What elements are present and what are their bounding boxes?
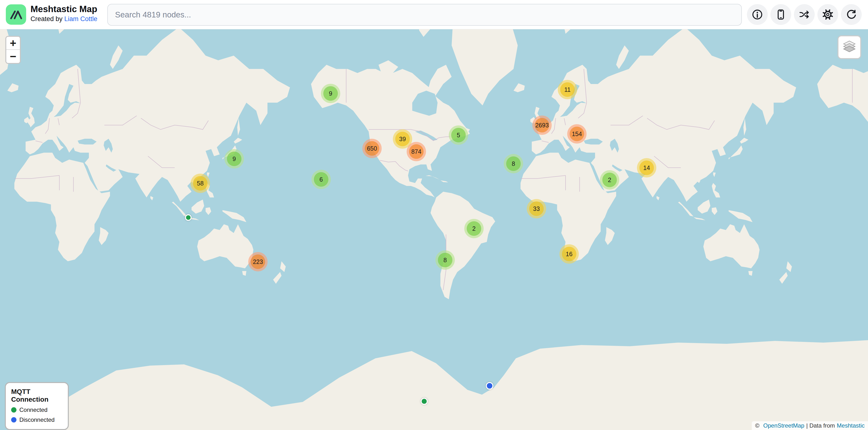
cluster-marker[interactable]: 2	[600, 170, 619, 190]
cluster-marker[interactable]: 650	[362, 139, 382, 158]
liam-cottle-link[interactable]: Liam Cottle	[64, 15, 98, 23]
disconnected-dot-icon	[11, 417, 17, 423]
zoom-in-button[interactable]: +	[6, 37, 20, 50]
info-icon	[752, 9, 763, 20]
refresh-button[interactable]	[841, 4, 862, 25]
title-block: Meshtastic Map Created by Liam Cottle	[31, 4, 97, 23]
cluster-marker[interactable]: 2693	[532, 115, 552, 135]
cluster-count: 11	[560, 82, 575, 97]
mobile-app-button[interactable]	[770, 4, 791, 25]
legend-item-disconnected: Disconnected	[11, 417, 62, 423]
info-button[interactable]	[747, 4, 768, 25]
cluster-count: 9	[323, 86, 338, 101]
cluster-count: 2693	[535, 118, 549, 132]
top-header-bar: Meshtastic Map Created by Liam Cottle	[0, 0, 868, 29]
search-input[interactable]	[107, 4, 742, 26]
cluster-marker[interactable]: 14	[637, 158, 656, 177]
cluster-count: 154	[569, 127, 584, 141]
byline: Created by Liam Cottle	[31, 14, 97, 23]
cluster-count: 8	[438, 253, 453, 267]
cluster-marker[interactable]: 9	[224, 149, 244, 168]
refresh-icon	[846, 9, 857, 20]
connected-node-marker[interactable]	[421, 398, 428, 405]
cluster-count: 6	[314, 172, 329, 187]
cluster-marker[interactable]: 33	[527, 199, 546, 219]
meshtastic-logo-icon	[8, 7, 24, 22]
header-buttons	[747, 4, 862, 25]
cluster-marker[interactable]: 8	[435, 250, 455, 270]
meshtastic-map-app: 911269315439650874589214586332168223 + −…	[0, 0, 868, 430]
layers-control[interactable]	[837, 35, 861, 59]
cluster-count: 9	[227, 152, 242, 166]
cluster-marker[interactable]: 154	[567, 124, 587, 143]
mobile-icon	[775, 9, 786, 20]
map-canvas[interactable]	[0, 29, 868, 430]
attribution-middle-text: | Data from	[806, 422, 835, 429]
cluster-count: 16	[562, 247, 577, 261]
meshtastic-link[interactable]: Meshtastic	[837, 422, 865, 429]
cluster-count: 5	[451, 128, 466, 142]
cluster-marker[interactable]: 223	[248, 252, 268, 271]
meshtastic-logo	[6, 4, 26, 25]
cluster-count: 8	[506, 156, 521, 171]
cluster-count: 223	[251, 255, 265, 269]
cluster-count: 650	[365, 141, 379, 156]
cluster-marker[interactable]: 11	[558, 80, 577, 99]
cluster-marker[interactable]: 2	[464, 219, 484, 238]
cluster-marker[interactable]: 9	[321, 84, 340, 103]
cluster-marker[interactable]: 5	[449, 125, 468, 145]
random-node-button[interactable]	[794, 4, 815, 25]
zoom-control: + −	[5, 36, 21, 64]
cluster-count: 14	[640, 161, 654, 175]
gear-icon	[822, 9, 833, 20]
mqtt-connection-legend: MQTT Connection Connected Disconnected	[5, 382, 69, 430]
cluster-count: 2	[467, 221, 481, 236]
settings-button[interactable]	[817, 4, 838, 25]
zoom-out-button[interactable]: −	[6, 50, 20, 63]
cluster-count: 874	[409, 144, 424, 159]
cluster-marker[interactable]: 16	[559, 244, 579, 264]
cluster-count: 39	[395, 132, 410, 146]
legend-item-connected: Connected	[11, 406, 62, 413]
layers-icon	[842, 40, 857, 55]
connected-dot-icon	[11, 407, 17, 412]
map-attribution: © OpenStreetMap | Data from Meshtastic	[752, 421, 868, 430]
cluster-marker[interactable]: 58	[191, 174, 210, 193]
cluster-marker[interactable]: 6	[311, 170, 331, 189]
copyright-text: ©	[755, 422, 760, 429]
openstreetmap-link[interactable]: OpenStreetMap	[764, 422, 804, 429]
cluster-marker[interactable]: 874	[407, 142, 426, 161]
shuffle-icon	[799, 9, 810, 20]
disconnected-node-marker[interactable]	[486, 382, 493, 390]
cluster-count: 58	[193, 176, 208, 191]
cluster-marker[interactable]: 8	[504, 154, 523, 173]
legend-title: MQTT Connection	[11, 388, 62, 403]
world-map-tiles	[0, 29, 868, 430]
cluster-count: 2	[602, 173, 617, 187]
cluster-count: 33	[529, 201, 544, 216]
page-title: Meshtastic Map	[31, 4, 97, 14]
connected-node-marker[interactable]	[185, 214, 192, 221]
